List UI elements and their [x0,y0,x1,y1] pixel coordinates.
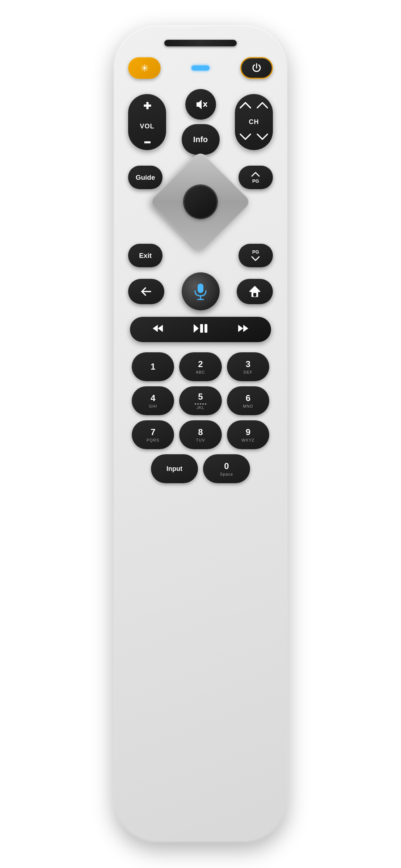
numpad: 1 2 ABC 3 DEF 4 GHI 5 JKL [124,352,277,483]
ch-up-chevron [238,101,253,109]
volume-button[interactable]: ✚ VOL ━ [128,94,166,150]
play-pause-button[interactable] [189,321,212,338]
svg-marker-9 [153,325,158,332]
num-8-letters: TUV [196,438,205,442]
dpad [162,162,239,242]
num-6-button[interactable]: 6 MNO [227,386,269,415]
input-label: Input [166,465,182,473]
ir-emitter [164,40,237,46]
numpad-row-3: 7 PQRS 8 TUV 9 WXYZ [132,420,269,449]
exit-label: Exit [139,252,152,260]
rewind-icon [151,323,164,333]
mute-button[interactable] [185,89,216,120]
five-dots [195,403,206,405]
media-controls-bar[interactable] [130,317,271,342]
led-indicator [191,65,210,71]
page-down-button[interactable]: PG [239,244,273,267]
num-1-button[interactable]: 1 [132,352,174,381]
ch-label: CH [249,118,259,126]
page-up-button[interactable]: PG [239,166,273,189]
back-voice-home-row [124,272,277,310]
ch-down-chevron [238,133,253,141]
num-7-button[interactable]: 7 PQRS [132,420,174,449]
num-8-button[interactable]: 8 TUV [179,420,221,449]
numpad-bottom-row: Input 0 Space [132,454,269,483]
home-icon [248,285,261,298]
mute-info-col: Info [182,89,220,155]
vol-minus-icon: ━ [144,141,150,144]
num-0-button[interactable]: 0 Space [203,454,250,483]
ch-up-chevron2 [255,101,270,109]
num-1-digit: 1 [151,362,155,372]
num-2-digit: 2 [198,359,203,369]
num-3-button[interactable]: 3 DEF [227,352,269,381]
num-4-button[interactable]: 4 GHI [132,386,174,415]
numpad-row-2: 4 GHI 5 JKL 6 MNO [132,386,269,415]
mute-icon [194,98,207,111]
back-icon [140,286,153,297]
num-9-button[interactable]: 9 WXYZ [227,420,269,449]
ch-down-chevron2 [255,133,270,141]
pg-down-label: PG [252,249,259,255]
info-button[interactable]: Info [182,124,220,155]
asterisk-button[interactable]: ✳ [128,57,161,79]
svg-rect-12 [200,324,203,333]
num-8-digit: 8 [198,427,203,437]
vol-plus-icon: ✚ [143,101,151,112]
guide-button[interactable]: Guide [128,166,162,189]
rewind-button[interactable] [148,321,168,338]
back-button[interactable] [128,279,164,304]
vol-mute-ch-row: ✚ VOL ━ Info [124,89,277,155]
input-button[interactable]: Input [151,454,198,483]
microphone-icon [192,282,209,301]
num-4-digit: 4 [151,393,155,403]
power-button[interactable] [240,57,273,79]
ch-up-icon [238,101,269,111]
play-pause-icon [193,323,208,333]
num-5-letters: JKL [197,405,204,410]
svg-rect-8 [253,293,256,297]
info-label: Info [193,135,208,144]
num-3-letters: DEF [244,370,253,374]
num-2-button[interactable]: 2 ABC [179,352,221,381]
num-9-digit: 9 [246,427,250,437]
channel-button[interactable]: CH [235,94,273,150]
vol-label: VOL [140,123,154,130]
num-6-letters: MNO [243,404,253,408]
svg-marker-0 [197,100,202,109]
svg-marker-10 [158,325,163,332]
top-row: ✳ [124,57,277,79]
svg-rect-13 [204,324,207,333]
home-button[interactable] [237,279,273,304]
remote-control: ✳ ✚ VOL ━ Info [114,25,287,843]
fast-forward-icon [237,323,250,333]
power-icon [251,62,262,74]
voice-button[interactable] [182,272,220,310]
asterisk-icon: ✳ [140,62,149,74]
dpad-center-button[interactable] [184,186,217,218]
num-0-letters: Space [220,472,233,476]
num-9-letters: WXYZ [241,438,254,442]
fast-forward-button[interactable] [233,321,253,338]
guide-label: Guide [136,174,155,182]
pg-up-label: PG [252,178,259,184]
guide-dpad-pgup-row: Guide PG [124,162,277,242]
svg-marker-14 [238,325,243,332]
exit-button[interactable]: Exit [128,244,162,267]
svg-rect-4 [198,284,203,293]
numpad-row-1: 1 2 ABC 3 DEF [132,352,269,381]
pg-down-chevron [250,255,261,262]
svg-marker-15 [243,325,248,332]
pg-up-chevron [250,171,261,178]
num-7-digit: 7 [151,427,155,437]
num-0-digit: 0 [224,461,229,471]
num-5-digit: 5 [198,392,203,402]
num-6-digit: 6 [246,393,250,403]
num-2-letters: ABC [196,370,205,374]
ch-down-icon [238,133,269,144]
num-5-button[interactable]: 5 JKL [179,386,221,415]
num-3-digit: 3 [246,359,250,369]
num-4-letters: GHI [149,404,157,408]
svg-marker-11 [194,324,199,333]
num-7-letters: PQRS [147,438,159,442]
